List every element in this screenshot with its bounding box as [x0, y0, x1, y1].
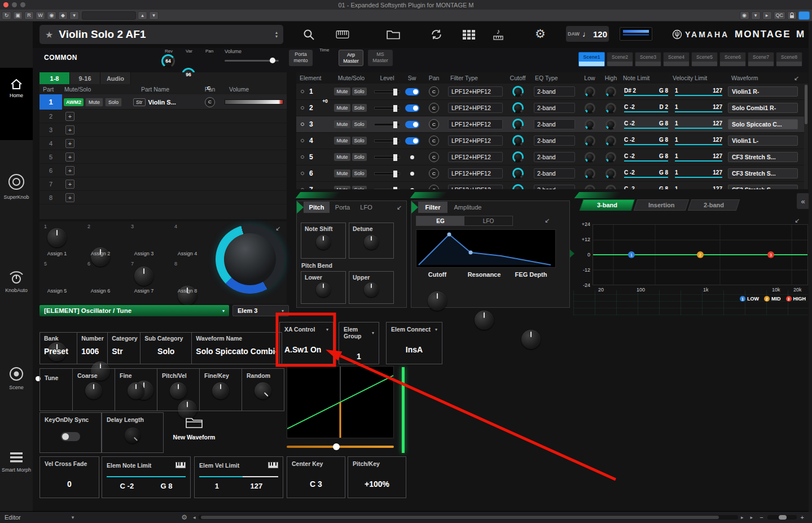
element-note-limit[interactable]: C -2G 8: [621, 186, 671, 190]
element-mute-button[interactable]: Mute: [334, 153, 350, 161]
horizontal-scrollbar[interactable]: [199, 515, 738, 520]
time-knob[interactable]: +0: [318, 94, 332, 108]
pitch-vel-field[interactable]: Pitch/Vel: [157, 369, 200, 411]
lock-icon[interactable]: [787, 11, 797, 20]
scene8-button[interactable]: Scene8: [776, 52, 802, 67]
element-eq-high-knob[interactable]: [605, 103, 616, 114]
element-row-6[interactable]: 6 MuteSolo C LPF12+HPF12 2-band C -2G 8 …: [296, 165, 808, 182]
part1-volume-meter[interactable]: [225, 99, 283, 104]
element-row-2[interactable]: 2 MuteSolo C LPF12+HPF12 2-band C -2D 2 …: [296, 100, 808, 116]
filter-cutoff-knob[interactable]: [428, 291, 447, 311]
delay-length-knob[interactable]: [125, 428, 141, 443]
element-select-dot[interactable]: [301, 188, 304, 189]
sidebar-item-superknob[interactable]: SuperKnob: [0, 173, 33, 200]
coarse-knob[interactable]: [85, 382, 102, 399]
compare-button[interactable]: ◉: [47, 11, 56, 20]
elem-connect-field[interactable]: Elem Connect▾ InsA: [386, 322, 442, 364]
element-row-4[interactable]: 4 MuteSolo C LPF12+HPF12 2-band C -2G 8 …: [296, 133, 808, 149]
element-cutoff-knob[interactable]: [512, 102, 524, 114]
element-cutoff-knob[interactable]: [512, 151, 524, 163]
element-filter-type[interactable]: LPF12+HPF12: [448, 103, 503, 113]
element-mute-button[interactable]: Mute: [334, 137, 350, 145]
elem-select-dropdown[interactable]: Elem 3 ▾: [232, 305, 289, 316]
element-velocity-limit[interactable]: 1127: [671, 104, 728, 112]
assign-knob-3[interactable]: [134, 267, 153, 286]
tab-amplitude[interactable]: Amplitude: [447, 202, 488, 213]
qc-button[interactable]: QC: [774, 11, 786, 20]
element-mute-button[interactable]: Mute: [334, 120, 350, 128]
footer-gear-icon[interactable]: ⚙: [181, 513, 187, 521]
element-eq-low-knob[interactable]: [585, 86, 595, 97]
window-mode-button[interactable]: ▣: [13, 11, 23, 20]
filter-expand-icon[interactable]: ↙: [545, 217, 550, 224]
element-select-dot[interactable]: [301, 106, 304, 110]
tab-pitch[interactable]: Pitch: [304, 202, 330, 213]
add-part-button[interactable]: +: [65, 139, 74, 148]
filter-eg-graph[interactable]: [416, 229, 556, 268]
search-icon[interactable]: [302, 28, 315, 41]
tab-insertion[interactable]: Insertion: [634, 199, 689, 211]
fine-knob[interactable]: [128, 382, 144, 399]
element-solo-button[interactable]: Solo: [352, 120, 367, 128]
zoom-out-button[interactable]: −: [760, 514, 763, 521]
pitch-bend-lower-box[interactable]: Lower: [301, 271, 346, 304]
element-velocity-limit[interactable]: 1127: [671, 186, 728, 190]
part1-category[interactable]: Str: [133, 98, 146, 106]
portamento-button[interactable]: Portamento: [289, 50, 313, 66]
element-filter-type[interactable]: LPF12+HPF12: [448, 168, 503, 178]
element-cutoff-knob[interactable]: [512, 86, 524, 97]
scene6-button[interactable]: Scene6: [719, 52, 746, 67]
element-solo-button[interactable]: Solo: [352, 153, 367, 161]
random-knob[interactable]: [254, 382, 271, 399]
part1-mute-button[interactable]: Mute: [85, 98, 103, 107]
common-volume-handle[interactable]: [270, 58, 275, 63]
pitch-bend-upper-box[interactable]: Upper: [349, 271, 394, 304]
eq-graph[interactable]: 1 2 3: [592, 224, 808, 285]
element-table-scrollbar[interactable]: [804, 84, 808, 189]
element-velocity-limit[interactable]: 1127: [671, 120, 728, 129]
element-cutoff-knob[interactable]: [512, 168, 524, 179]
random-field[interactable]: Random: [242, 369, 284, 411]
element-eq-high-knob[interactable]: [605, 136, 616, 146]
scene2-button[interactable]: Scene2: [607, 52, 633, 67]
new-waveform-button[interactable]: New Waveform: [165, 411, 223, 454]
minimize-window-button[interactable]: [12, 2, 17, 7]
element-pan-knob[interactable]: C: [429, 136, 439, 146]
center-key-field[interactable]: Center Key C 3: [287, 456, 345, 498]
part-row-6[interactable]: 6 +: [39, 164, 287, 177]
assign-knob-1[interactable]: [47, 228, 67, 247]
bypass-button[interactable]: ↻: [2, 11, 11, 20]
element-eq-low-knob[interactable]: [585, 119, 595, 130]
element-eq-type[interactable]: 2-band: [534, 103, 575, 113]
scrollbar-thumb[interactable]: [805, 85, 807, 124]
element-waveform[interactable]: CF3 Stretch S...: [728, 152, 798, 162]
xa-control-caret[interactable]: ▾: [326, 327, 328, 332]
load-preset-button[interactable]: ▾: [69, 11, 79, 20]
element-cutoff-knob[interactable]: [512, 119, 524, 130]
scene7-button[interactable]: Scene7: [748, 52, 774, 67]
detune-knob[interactable]: [364, 235, 379, 250]
add-part-button[interactable]: +: [65, 193, 74, 202]
scroll-right-button[interactable]: ▸: [741, 515, 744, 520]
pitch-expand-icon[interactable]: ↙: [397, 204, 402, 211]
grid-icon[interactable]: [463, 30, 475, 40]
sidebar-item-smart-morph[interactable]: Smart Morph: [0, 451, 33, 473]
element-select-dot[interactable]: [301, 123, 304, 126]
part-row-5[interactable]: 5 +: [39, 150, 287, 164]
element-level-slider[interactable]: [374, 107, 400, 110]
eq-expand-icon[interactable]: ↙: [795, 217, 800, 224]
scene5-button[interactable]: Scene5: [691, 52, 718, 67]
common-volume-slider[interactable]: [225, 60, 279, 62]
var-knob[interactable]: 96: [182, 68, 195, 81]
favorite-star-icon[interactable]: ★: [45, 29, 53, 40]
element-mute-button[interactable]: Mute: [334, 169, 350, 177]
element-solo-button[interactable]: Solo: [352, 104, 367, 112]
element-eq-type[interactable]: 2-band: [534, 185, 575, 189]
element-waveform[interactable]: Solo Spiccato C...: [728, 119, 798, 129]
feg-depth-knob[interactable]: [521, 330, 541, 349]
element-note-limit[interactable]: D# 2G 8: [621, 88, 671, 96]
element-select-dot[interactable]: [301, 155, 304, 159]
element-mute-button[interactable]: Mute: [334, 88, 350, 95]
part-row-7[interactable]: 7 +: [39, 177, 287, 191]
pitch-bend-lower-knob[interactable]: [316, 282, 331, 297]
